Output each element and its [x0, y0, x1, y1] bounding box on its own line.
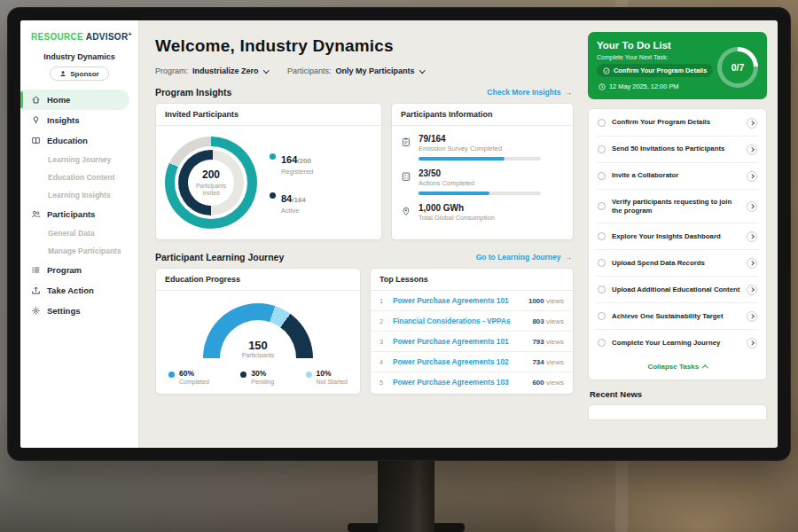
sidebar-item-education-content[interactable]: Education Content — [20, 168, 138, 186]
blue-dot-icon — [168, 372, 175, 378]
stat-global-consumption: 1,000 GWh Total Global Consumption — [392, 195, 573, 222]
chevron-down-icon — [263, 67, 269, 73]
task-row-send-invitations[interactable]: Send 50 Invitations to Participants — [597, 137, 758, 163]
chevron-right-icon[interactable] — [747, 311, 757, 322]
learning-journey-title: Participant Learning Journey — [155, 252, 284, 262]
todo-header-card: Your To Do List Complete Your Next Task:… — [588, 32, 767, 99]
participants-filter-dropdown[interactable]: Only My Participants — [336, 66, 425, 75]
lesson-link[interactable]: Power Purchase Agreements 103 — [393, 378, 526, 387]
sidebar-item-label: Take Action — [47, 286, 94, 295]
task-row-invite-collaborator[interactable]: Invite a Collaborator — [597, 163, 758, 190]
check-more-insights-link[interactable]: Check More Insights → — [487, 88, 572, 97]
participants-information-card: Participants Information 79/164 Emission… — [391, 103, 574, 240]
legend-item-not-started: 10% Not Started — [306, 369, 348, 385]
card-title: Top Lessons — [371, 269, 573, 291]
checkbox-icon[interactable] — [598, 232, 606, 240]
book-icon — [31, 136, 41, 145]
sidebar-item-home[interactable]: Home — [20, 90, 129, 110]
card-title: Participants Information — [392, 104, 573, 126]
sidebar-item-insights[interactable]: Insights — [20, 110, 138, 130]
sidebar-item-learning-journey[interactable]: Learning Journey — [20, 151, 138, 168]
lesson-link[interactable]: Power Purchase Agreements 102 — [393, 357, 526, 366]
checkbox-icon[interactable] — [598, 339, 606, 347]
task-row-achieve-target[interactable]: Achieve One Sustainability Target — [597, 303, 758, 330]
legend-item-active: 84/164 Active — [270, 190, 313, 215]
chevron-right-icon[interactable] — [747, 201, 757, 212]
checklist-icon — [401, 169, 411, 180]
recent-news-title: Recent News — [588, 389, 767, 399]
gear-icon — [31, 306, 41, 316]
sidebar-item-label: Program — [47, 265, 82, 275]
sponsor-badge[interactable]: Sponsor — [50, 66, 108, 81]
sidebar-item-manage-participants[interactable]: Manage Participants — [20, 242, 138, 260]
chevron-right-icon[interactable] — [747, 258, 757, 269]
main-content: Welcome, Industry Dynamics Program: Indu… — [139, 20, 584, 448]
todo-panel: Your To Do List Complete Your Next Task:… — [584, 20, 778, 448]
chevron-right-icon[interactable] — [747, 118, 757, 129]
checkbox-icon[interactable] — [598, 312, 606, 320]
task-row-verify-participants[interactable]: Verify participants requesting to join t… — [597, 190, 758, 223]
program-filter-dropdown[interactable]: Industrialize Zero — [192, 66, 268, 75]
collapse-tasks-button[interactable]: Collapse Tasks — [597, 356, 758, 379]
lesson-link[interactable]: Financial Considerations - VPPAs — [393, 317, 526, 325]
invited-participants-donut-chart: 200 Participants Invited — [165, 137, 257, 229]
chevron-right-icon[interactable] — [747, 285, 757, 295]
task-row-explore-insights[interactable]: Explore Your Insights Dashboard — [597, 223, 758, 250]
sidebar-item-label: Education — [47, 136, 88, 145]
education-progress-card: Education Progress 150 Participants — [155, 268, 361, 395]
recent-news-card — [588, 404, 767, 420]
checkbox-icon[interactable] — [598, 119, 606, 127]
legend-item-completed: 60% Completed — [168, 369, 209, 385]
person-icon — [59, 70, 66, 77]
legend-item-pending: 30% Pending — [240, 369, 274, 385]
gauge-center-label: Participants — [203, 352, 313, 358]
chevron-right-icon[interactable] — [747, 145, 757, 155]
page-title: Welcome, Industry Dynamics — [155, 36, 574, 56]
lesson-row: 1 Power Purchase Agreements 101 1000 vie… — [371, 291, 573, 311]
clipboard-icon — [401, 135, 411, 145]
checkbox-icon[interactable] — [598, 145, 606, 153]
education-progress-gauge-chart: 150 Participants — [203, 303, 313, 358]
logo-resource: RESOURCE — [31, 32, 83, 42]
checkbox-icon[interactable] — [598, 202, 606, 210]
legend-item-registered: 164/200 Registered — [270, 151, 313, 176]
stat-emission-survey: 79/164 Emission Survey Completed — [392, 126, 573, 160]
sidebar-item-label: Insights — [47, 115, 79, 125]
chevron-right-icon[interactable] — [747, 171, 757, 182]
teal-dot-icon — [270, 153, 276, 160]
chevron-right-icon[interactable] — [747, 338, 757, 348]
sidebar-item-education[interactable]: Education — [20, 130, 138, 151]
arrow-right-icon: → — [565, 253, 573, 262]
lesson-row: 3 Power Purchase Agreements 101 793 view… — [371, 332, 573, 352]
checkbox-icon[interactable] — [598, 259, 606, 267]
actions-progress-bar — [419, 192, 541, 195]
task-row-upload-educational-content[interactable]: Upload Additional Educational Content — [597, 277, 758, 303]
go-to-learning-journey-link[interactable]: Go to Learning Journey → — [476, 253, 572, 262]
next-task-chip[interactable]: Confirm Your Program Details — [597, 64, 713, 77]
sidebar-item-learning-insights[interactable]: Learning Insights — [20, 186, 138, 204]
lesson-link[interactable]: Power Purchase Agreements 101 — [393, 337, 526, 346]
sidebar-item-participants[interactable]: Participants — [20, 204, 138, 224]
sidebar-item-settings[interactable]: Settings — [20, 301, 138, 321]
program-insights-title: Program Insights — [155, 87, 231, 98]
task-row-upload-spend-data[interactable]: Upload Spend Data Records — [597, 250, 758, 277]
lesson-link[interactable]: Power Purchase Agreements 101 — [393, 296, 522, 305]
gauge-center-value: 150 — [203, 339, 313, 352]
checkbox-icon[interactable] — [598, 286, 606, 293]
logo-advisor: ADVISOR — [86, 32, 129, 42]
navy-dot-icon — [270, 192, 276, 199]
sidebar-item-program[interactable]: Program — [20, 260, 138, 280]
task-row-confirm-program[interactable]: Confirm Your Program Details — [597, 110, 758, 137]
check-circle-icon — [603, 67, 610, 74]
checkbox-icon[interactable] — [598, 172, 606, 180]
task-list-card: Confirm Your Program Details Send 50 Inv… — [588, 108, 767, 380]
sidebar-item-general-data[interactable]: General Data — [20, 224, 138, 242]
sidebar: RESOURCE ADVISOR+ Industry Dynamics Spon… — [20, 20, 139, 448]
app-logo: RESOURCE ADVISOR+ — [20, 31, 138, 42]
program-filter-label: Program: — [155, 66, 188, 75]
task-row-complete-learning-journey[interactable]: Complete Your Learning Journey — [597, 330, 758, 356]
chevron-right-icon[interactable] — [747, 231, 757, 242]
donut-center-value: 200 — [202, 168, 220, 181]
lightbulb-icon — [31, 115, 41, 125]
sidebar-item-take-action[interactable]: Take Action — [20, 280, 138, 301]
